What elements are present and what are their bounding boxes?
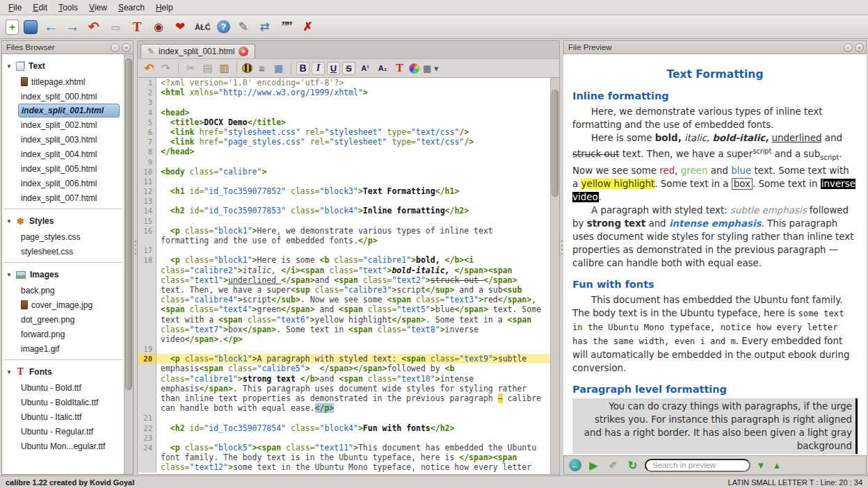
device-icon[interactable]: ▭ [107,19,124,35]
section-text[interactable]: ▼Text [2,58,124,74]
undo-icon[interactable]: ↶ [86,19,102,35]
float-panel-icon[interactable]: ▫ [844,43,853,52]
code-line-14[interactable]: 14 <h2 id="id_Toc359077853" class="block… [138,206,550,215]
splitter-left[interactable] [134,40,137,475]
file-item-index-split-001-html[interactable]: index_split_001.html [18,104,120,117]
code-line-24-row-2[interactable]: font family. The body text is in the Ubu… [138,453,550,462]
file-item-index-split-000-html[interactable]: index_split_000.html [2,89,124,104]
files-scrollbar[interactable] [124,54,133,474]
code-line-5[interactable]: 5 <title>DOCX Demo</title> [138,117,550,127]
preview-reload-icon[interactable]: ↻ [625,458,640,473]
special-char-icon[interactable]: ÀŁĆ [193,19,212,35]
menu-help[interactable]: Help [150,1,179,14]
close-panel-icon[interactable]: × [855,43,864,52]
redo-icon[interactable]: ↷ [159,61,173,76]
file-item-ubuntu-bolditalic-ttf[interactable]: Ubuntu - BoldItalic.ttf [2,395,124,409]
code-line-20-row-5[interactable]: than inline text properties as demonstra… [138,393,550,403]
smarten-punctuation-icon[interactable]: ”” [278,19,295,35]
menu-tools[interactable]: Tools [53,1,83,14]
file-item-titlepage-xhtml[interactable]: titlepage.xhtml [2,74,124,89]
code-line-18-row-9[interactable]: video</span>.</p> [138,334,550,344]
tab-close-icon[interactable]: × [239,47,248,56]
code-line-18-row-4[interactable]: text. Then, we have a super<sup class="c… [138,285,550,295]
file-item-stylesheet-css[interactable]: stylesheet.css [2,244,124,259]
bold-icon[interactable]: B [296,62,310,75]
font-color-icon[interactable]: T [392,61,407,76]
edit-icon[interactable]: ✎ [235,19,252,35]
tab-index-split-001[interactable]: ✎ index_split_001.html × [140,44,255,58]
code-line-1[interactable]: 1<?xml version='1.0' encoding='utf-8'?> [138,78,550,88]
code-line-8[interactable]: 8</head> [138,147,550,156]
code-line-20-row-4[interactable]: emphasis</span>. This paragraph uses doc… [138,384,550,393]
code-line-24-row-3[interactable]: class="text12">some text in the Ubuntu M… [138,462,550,472]
file-item-index-split-004-html[interactable]: index_split_004.html [2,147,124,161]
file-item-index-split-005-html[interactable]: index_split_005.html [2,161,124,176]
code-line-15[interactable]: 15 [138,216,550,226]
save-icon[interactable] [24,20,38,34]
code-line-2[interactable]: 2<html xmlns="http://www.w3.org/1999/xht… [138,88,550,97]
float-panel-icon[interactable]: ▫ [111,43,120,52]
preview-back-icon[interactable]: ← [569,459,581,471]
code-line-18-row-3[interactable]: class="text1">underlined </span>and <spa… [138,275,550,285]
undo-icon[interactable]: ↶ [142,61,156,76]
chevron-down-icon[interactable]: ▼ [6,272,12,278]
editor-scrollbar-thumb[interactable] [552,90,558,197]
menu-view[interactable]: View [83,1,113,14]
preview-inspect-icon[interactable]: ✐ [606,458,620,473]
file-item-ubuntu-italic-ttf[interactable]: Ubuntu - Italic.ttf [2,409,124,424]
chevron-down-icon[interactable]: ▼ [6,63,12,70]
remove-unused-css-icon[interactable]: ✗ [300,19,316,35]
new-file-icon[interactable]: + [6,19,19,35]
cut-icon[interactable]: ✂ [184,61,198,76]
superscript-icon[interactable]: A¹ [357,61,373,76]
help-icon[interactable]: ? [217,20,230,33]
code-line-21[interactable]: 21 [138,413,550,423]
file-item-forward-png[interactable]: forward.png [2,327,124,341]
code-line-16-row-1[interactable]: 16 <p class="block1">Here, we demonstrat… [138,226,550,236]
code-line-18-row-6[interactable]: <span class="text4">green</span> and <sp… [138,304,550,314]
donate-icon[interactable]: ❤ [172,19,188,35]
italic-icon[interactable]: I [312,62,325,75]
file-item-ubuntu-regular-ttf[interactable]: Ubuntu - Regular.ttf [2,424,124,439]
insert-image-icon[interactable]: ▦ [271,61,286,76]
chevron-down-icon[interactable]: ▼ [6,369,12,375]
find-previous-icon[interactable]: ▲ [771,458,782,473]
check-book-icon[interactable]: ◉ [150,19,167,35]
code-line-7[interactable]: 7 <link href="page_styles.css" rel="styl… [138,137,550,147]
preview-search-input[interactable] [645,459,750,472]
splitter-right[interactable] [560,40,563,475]
file-item-ubuntu-mon-egular-ttf[interactable]: Ubuntu Mon...egular.ttf [2,439,124,453]
code-line-17[interactable]: 17 [138,245,550,255]
menu-file[interactable]: File [3,1,27,14]
file-item-index-split-003-html[interactable]: index_split_003.html [2,132,124,147]
subscript-icon[interactable]: A₁ [375,61,390,76]
code-line-24-row-1[interactable]: 24 <p class="block5"><span class="text11… [138,443,550,453]
code-line-18-row-2[interactable]: class="calibre2">italic, </i><span class… [138,266,550,275]
code-line-20-row-6[interactable]: can handle both with equal ease.</p> [138,403,550,413]
code-line-20-row-3[interactable]: class="calibre1">strong text </b>and <sp… [138,374,550,384]
code-line-3[interactable]: 3 [138,97,550,107]
section-styles[interactable]: ▼✽Styles [2,213,124,229]
back-icon[interactable]: ← [42,19,59,35]
code-line-22[interactable]: 22 <h2 id="id_Toc359077854" class="block… [138,423,550,433]
code-editor[interactable]: 1<?xml version='1.0' encoding='utf-8'?>2… [138,78,550,474]
code-line-13[interactable]: 13 [138,196,550,206]
file-item-back-png[interactable]: back.png [2,283,124,298]
copy-icon[interactable]: ▤ [200,61,215,76]
underline-icon[interactable]: U [327,62,340,75]
insert-table-icon[interactable]: ▦ ▾ [421,61,440,76]
file-item-index-split-007-html[interactable]: index_split_007.html [2,190,124,205]
code-line-23[interactable]: 23 [138,433,550,443]
code-line-18-row-8[interactable]: class="text7">box</span>. Some text in <… [138,325,550,334]
file-item-image1-gif[interactable]: image1.gif [2,341,124,356]
code-line-16-row-2[interactable]: formatting and the use of embedded fonts… [138,236,550,245]
menu-search[interactable]: Search [113,1,150,14]
arrange-icon[interactable]: ⇄ [257,19,273,35]
code-line-20-row-1[interactable]: 20 <p class="block1">A paragraph with st… [138,354,550,364]
editor-scrollbar[interactable] [550,78,559,474]
code-line-11[interactable]: 11 [138,177,550,186]
file-item-page-styles-css[interactable]: page_styles.css [2,229,124,244]
color-wheel-icon[interactable] [409,63,419,74]
code-line-4[interactable]: 4<head> [138,108,550,117]
code-line-10[interactable]: 10<body class="calibre"> [138,167,550,177]
